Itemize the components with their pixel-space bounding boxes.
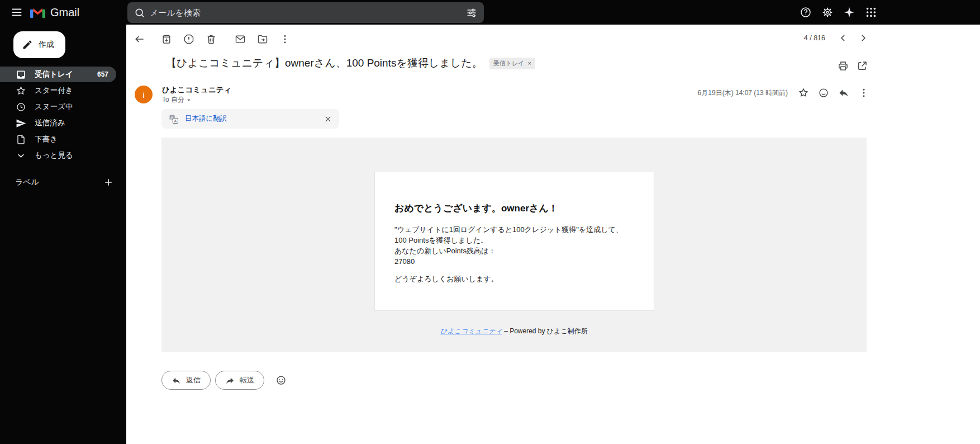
hamburger-icon	[11, 6, 23, 18]
sidebar-item-label: 受信トレイ	[35, 69, 97, 79]
emoji-reaction-button[interactable]	[814, 83, 834, 103]
sidebar-item-starred[interactable]: スター付き	[0, 83, 116, 98]
mark-unread-button[interactable]	[229, 28, 251, 50]
email-line: あなたの新しいPoints残高は：	[394, 245, 634, 256]
printer-icon	[838, 60, 849, 72]
compose-button[interactable]: 作成	[13, 31, 65, 58]
newer-button[interactable]	[833, 28, 853, 48]
sender-row: i ひよこコミュニティ To 自分 6月19日(木) 14:07 (13 時間前…	[135, 84, 874, 107]
remove-label-icon[interactable]: ×	[527, 60, 531, 67]
sidebar-item-label: スター付き	[35, 86, 108, 96]
search-button[interactable]	[130, 3, 150, 23]
search-input[interactable]	[150, 8, 462, 17]
forward-button[interactable]: 転送	[215, 371, 264, 390]
star-message-button[interactable]	[793, 83, 814, 103]
translate-bar: あ A 日本語に翻訳	[161, 109, 339, 129]
subject-actions	[834, 57, 871, 75]
star-icon	[15, 85, 26, 96]
more-vert-icon	[279, 34, 291, 45]
caret-down-icon	[185, 96, 193, 104]
forward-arrow-icon	[225, 376, 235, 385]
sender-avatar: i	[135, 86, 153, 103]
report-spam-icon	[183, 34, 194, 45]
community-link[interactable]: ひよこコミュニティ	[440, 327, 502, 335]
report-spam-button[interactable]	[178, 28, 200, 50]
gmail-m-icon	[30, 7, 45, 18]
reply-label: 返信	[186, 375, 201, 385]
avatar-letter: i	[142, 90, 144, 100]
sidebar-item-drafts[interactable]: 下書き	[0, 131, 116, 147]
unread-count: 657	[97, 70, 108, 78]
send-icon	[15, 117, 26, 129]
search-icon	[134, 7, 145, 18]
recipient-text: To 自分	[162, 95, 184, 105]
translate-icon: あ A	[168, 114, 179, 125]
forward-label: 転送	[240, 375, 254, 385]
svg-text:A: A	[174, 119, 177, 123]
smiley-icon	[818, 87, 829, 98]
sidebar-item-inbox[interactable]: 受信トレイ 657	[0, 67, 116, 82]
settings-button[interactable]	[817, 2, 838, 22]
sidebar-item-label: 下書き	[35, 134, 108, 144]
email-subject: 【ひよこコミュニティ】ownerさん、100 Pointsを獲得しました。	[166, 56, 483, 70]
sidebar-item-label: もっと見る	[35, 150, 108, 160]
help-button[interactable]	[796, 2, 816, 22]
label-badge: 受信トレイ ×	[489, 58, 535, 69]
translate-link[interactable]: 日本語に翻訳	[185, 114, 315, 124]
sidebar-nav: 受信トレイ 657 スター付き スヌーズ中 送信済み	[0, 67, 126, 163]
reply-arrow-icon	[172, 376, 181, 385]
email-line: どうぞよろしくお願いします。	[394, 273, 634, 284]
gemini-button[interactable]	[839, 2, 859, 22]
apps-button[interactable]	[861, 2, 881, 22]
move-to-button[interactable]	[251, 28, 274, 50]
reply-icon-button[interactable]	[834, 83, 854, 103]
delete-button[interactable]	[200, 28, 222, 50]
print-button[interactable]	[834, 57, 852, 75]
older-button[interactable]	[853, 28, 873, 48]
chevron-down-icon	[15, 150, 26, 161]
sidebar: 作成 受信トレイ 657 スター付き スヌーズ中	[0, 25, 126, 444]
gmail-logo[interactable]: Gmail	[30, 0, 79, 25]
sidebar-item-snoozed[interactable]: スヌーズ中	[0, 99, 116, 115]
smiley-icon	[275, 375, 287, 386]
mail-view: 4 / 816 【ひよこコミュニティ】ownerさん、100 Pointsを獲得…	[126, 25, 980, 444]
close-icon	[324, 115, 332, 123]
archive-icon	[161, 34, 172, 45]
labels-header: ラベル	[15, 177, 98, 187]
gear-icon	[821, 6, 834, 18]
add-reaction-button[interactable]	[271, 370, 291, 390]
back-button[interactable]	[129, 28, 151, 50]
folder-move-icon	[257, 34, 268, 45]
search-bar[interactable]	[127, 2, 484, 23]
apps-grid-icon	[865, 6, 877, 18]
message-more-button[interactable]	[854, 83, 874, 103]
brand-text: Gmail	[50, 6, 79, 19]
clock-icon	[15, 101, 26, 112]
archive-button[interactable]	[155, 28, 178, 50]
email-content-card: おめでとうございます。ownerさん！ "ウェブサイトに1回ログインすると100…	[374, 172, 654, 311]
open-in-new-icon	[857, 60, 868, 72]
sidebar-item-more[interactable]: もっと見る	[0, 148, 116, 163]
message-date: 6月19日(木) 14:07 (13 時間前)	[698, 88, 788, 98]
search-filter-button[interactable]	[462, 3, 482, 23]
message-actions: 6月19日(木) 14:07 (13 時間前)	[698, 83, 874, 103]
recipient-dropdown[interactable]: To 自分	[162, 95, 193, 105]
more-vert-icon	[858, 87, 869, 98]
chevron-right-icon	[858, 32, 869, 44]
sidebar-item-label: 送信済み	[35, 118, 108, 128]
sidebar-item-sent[interactable]: 送信済み	[0, 115, 116, 131]
reply-arrow-icon	[838, 87, 849, 98]
reply-button[interactable]: 返信	[161, 371, 211, 390]
hamburger-menu-button[interactable]	[7, 2, 27, 22]
email-footer: ひよこコミュニティ – Powered by ひよこ制作所	[161, 327, 867, 336]
add-label-button[interactable]	[98, 172, 118, 192]
compose-label: 作成	[39, 40, 54, 50]
open-in-new-button[interactable]	[853, 57, 871, 75]
topbar-actions	[796, 2, 881, 22]
toolbar-more-button[interactable]	[274, 28, 296, 50]
trash-icon	[206, 34, 217, 45]
sparkle-icon	[843, 6, 855, 18]
translate-close-button[interactable]	[320, 111, 336, 127]
envelope-icon	[235, 34, 246, 45]
chevron-left-icon	[838, 32, 849, 44]
